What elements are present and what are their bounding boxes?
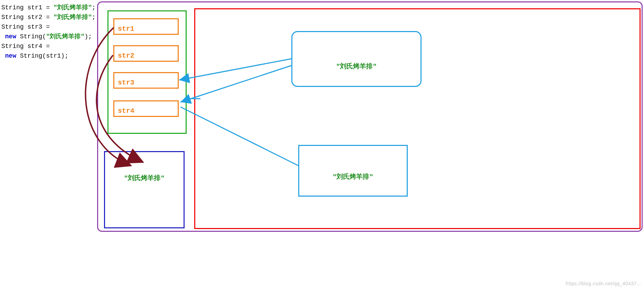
- code-token: ;: [92, 14, 96, 21]
- watermark: https://blog.csdn.net/qq_40437...: [565, 281, 641, 286]
- code-token: "刘氏烤羊排": [53, 14, 92, 21]
- code-token: =: [42, 23, 50, 30]
- code-token: str4: [28, 43, 42, 50]
- code-token: "刘氏烤羊排": [53, 4, 92, 11]
- stack-var-str1: str1: [113, 18, 179, 35]
- code-token: String(str1);: [20, 52, 68, 59]
- heap-object-1: "刘氏烤羊排": [291, 31, 422, 87]
- code-token: String(: [20, 33, 46, 40]
- code-token: str2: [28, 14, 42, 21]
- stack-var-str2: str2: [113, 45, 179, 62]
- code-token: str1: [28, 4, 42, 11]
- heap-object-2: "刘氏烤羊排": [298, 145, 408, 197]
- stack-var-str3: str3: [113, 72, 179, 89]
- code-token: =: [42, 4, 53, 11]
- code-token: new: [1, 52, 20, 59]
- stack-area: str1 str2 str3 str4: [107, 10, 187, 134]
- code-token: =: [42, 14, 53, 21]
- string-pool: "刘氏烤羊排": [104, 151, 185, 228]
- code-token: new: [1, 33, 20, 40]
- code-token: ;: [92, 4, 96, 11]
- code-token: str3: [28, 23, 42, 30]
- code-token: "刘氏烤羊排": [46, 33, 85, 40]
- code-token: =: [42, 43, 50, 50]
- code-token: String: [1, 43, 24, 50]
- code-token: );: [84, 33, 92, 40]
- stack-var-str4: str4: [113, 100, 179, 117]
- code-token: String: [1, 23, 24, 30]
- code-token: String: [1, 4, 24, 11]
- code-token: String: [1, 14, 24, 21]
- code-block: String str1 = "刘氏烤羊排"; String str2 = "刘氏…: [1, 3, 96, 61]
